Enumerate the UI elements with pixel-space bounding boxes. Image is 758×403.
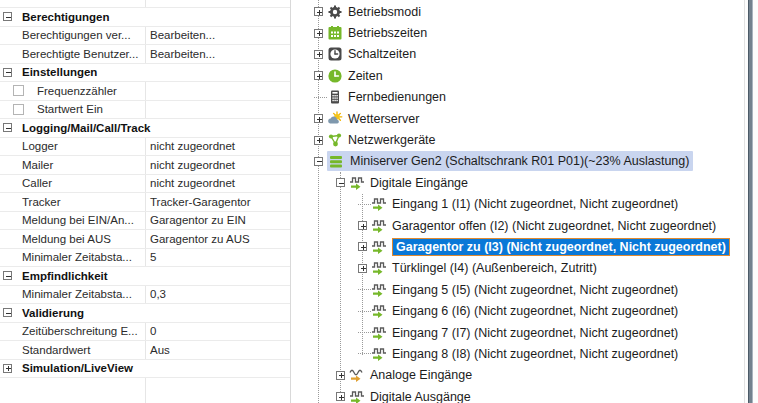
- collapse-icon[interactable]: [3, 308, 12, 317]
- checkbox-unchecked[interactable]: [13, 104, 24, 115]
- property-value[interactable]: nicht zugeordnet: [145, 159, 290, 171]
- tree-item-label[interactable]: Eingang 1 (I1) (Nicht zugeordnet, Nicht …: [392, 197, 678, 211]
- tree-item-eingang-7[interactable]: Eingang 7 (I7) (Nicht zugeordnet, Nicht …: [310, 322, 744, 343]
- expand-icon[interactable]: [358, 242, 367, 251]
- property-value[interactable]: Garagentor zu EIN: [145, 214, 290, 226]
- scrollbar-thumb[interactable]: [748, 0, 753, 403]
- tree-item-label[interactable]: Eingang 8 (I8) (Nicht zugeordnet, Nicht …: [392, 347, 678, 361]
- tree-item-zeiten[interactable]: Zeiten: [310, 65, 744, 86]
- expand-icon[interactable]: [314, 136, 323, 145]
- tree-item-label[interactable]: Digitale Ausgänge: [370, 390, 471, 403]
- miniserver-highlight[interactable]: Miniserver Gen2 (Schaltschrank R01 P01)(…: [327, 151, 693, 171]
- expand-icon[interactable]: [336, 371, 345, 380]
- property-row[interactable]: Berechtigte Benutzer... Bearbeiten...: [0, 45, 290, 64]
- tree-item-label[interactable]: Eingang 6 (I6) (Nicht zugeordnet, Nicht …: [392, 304, 678, 318]
- expand-icon[interactable]: [314, 50, 323, 59]
- property-row[interactable]: Tracker Tracker-Garagentor: [0, 193, 290, 212]
- collapse-icon[interactable]: [336, 178, 345, 187]
- tree-item-label[interactable]: Eingang 5 (I5) (Nicht zugeordnet, Nicht …: [392, 283, 678, 297]
- tree-item-label[interactable]: Wetterserver: [348, 112, 419, 126]
- section-simulation-liveview[interactable]: Simulation/LiveView: [0, 360, 290, 379]
- collapse-icon[interactable]: [3, 271, 12, 280]
- expand-icon[interactable]: [314, 29, 323, 38]
- network-icon: [327, 132, 343, 148]
- expand-icon[interactable]: [3, 364, 12, 373]
- expand-icon[interactable]: [314, 114, 323, 123]
- property-row[interactable]: Meldung bei AUS Garagentor zu AUS: [0, 230, 290, 249]
- tree-item-garagentor-zu-selected[interactable]: Garagentor zu (I3) (Nicht zugeordnet, Ni…: [310, 236, 744, 257]
- expand-icon[interactable]: [314, 71, 323, 80]
- checkbox-unchecked[interactable]: [13, 85, 24, 96]
- tree-item-schaltzeiten[interactable]: Schaltzeiten: [310, 44, 744, 65]
- tree-item-label[interactable]: Betriebszeiten: [348, 26, 427, 40]
- tree-item-label[interactable]: Schaltzeiten: [348, 47, 416, 61]
- tree-item-analoge-eingaenge[interactable]: Analoge Eingänge: [310, 365, 744, 386]
- property-value[interactable]: Bearbeiten...: [145, 48, 290, 60]
- section-label: Einstellungen: [22, 66, 97, 78]
- collapse-icon[interactable]: [3, 68, 12, 77]
- tree-item-eingang-1[interactable]: Eingang 1 (I1) (Nicht zugeordnet, Nicht …: [310, 194, 744, 215]
- property-row[interactable]: Berechtigungen ver... Bearbeiten...: [0, 27, 290, 46]
- expand-icon[interactable]: [358, 264, 367, 273]
- tree-item-label[interactable]: Analoge Eingänge: [370, 368, 472, 382]
- checkbox-row[interactable]: Startwert Ein: [0, 101, 290, 120]
- property-row[interactable]: Meldung bei EIN/An... Garagentor zu EIN: [0, 212, 290, 231]
- tree-connector: [358, 353, 371, 354]
- section-empfindlichkeit[interactable]: Empfindlichkeit: [0, 267, 290, 286]
- collapse-icon[interactable]: [314, 157, 323, 166]
- property-row[interactable]: Zeitüberschreitung E... 0: [0, 323, 290, 342]
- property-row[interactable]: Minimaler Zeitabsta... 0,3: [0, 286, 290, 305]
- section-einstellungen[interactable]: Einstellungen: [0, 64, 290, 83]
- password-asterisks: * * * * * * * * * * * *: [150, 0, 285, 6]
- tree-item-digitale-eingaenge[interactable]: Digitale Eingänge: [310, 172, 744, 193]
- tree-item-netzwerkgeraete[interactable]: Netzwerkgeräte: [310, 129, 744, 150]
- tree-item-fernbedienungen[interactable]: Fernbedienungen: [310, 87, 744, 108]
- tree-item-eingang-6[interactable]: Eingang 6 (I6) (Nicht zugeordnet, Nicht …: [310, 300, 744, 321]
- tree-item-label[interactable]: Türklingel (I4) (Außenbereich, Zutritt): [392, 261, 597, 275]
- tree-item-betriebszeiten[interactable]: Betriebszeiten: [310, 22, 744, 43]
- property-row[interactable]: Caller nicht zugeordnet: [0, 175, 290, 194]
- tree-item-label[interactable]: Zeiten: [348, 69, 383, 83]
- property-label: Mailer: [22, 159, 145, 171]
- property-value[interactable]: Bearbeiten...: [145, 29, 290, 41]
- tree-item-wetterserver[interactable]: Wetterserver: [310, 108, 744, 129]
- property-value[interactable]: Aus: [145, 344, 290, 356]
- property-value[interactable]: Garagentor zu AUS: [145, 233, 290, 245]
- expand-icon[interactable]: [336, 392, 345, 401]
- section-validierung[interactable]: Validierung: [0, 304, 290, 323]
- property-value[interactable]: 0: [145, 325, 290, 337]
- checkbox-row[interactable]: Frequenzzähler: [0, 82, 290, 101]
- property-row[interactable]: Standardwert Aus: [0, 341, 290, 360]
- tree-item-tuerklingel[interactable]: Türklingel (I4) (Außenbereich, Zutritt): [310, 258, 744, 279]
- property-row[interactable]: Minimaler Zeitabsta... 5: [0, 249, 290, 268]
- tree-item-label-selected[interactable]: Garagentor zu (I3) (Nicht zugeordnet, Ni…: [392, 238, 730, 256]
- tree-item-label[interactable]: Fernbedienungen: [348, 90, 446, 104]
- tree-item-digitale-ausgaenge[interactable]: Digitale Ausgänge: [310, 386, 744, 403]
- tree-item-label[interactable]: Garagentor offen (I2) (Nicht zugeordnet,…: [392, 219, 716, 233]
- tree-item-label[interactable]: Netzwerkgeräte: [348, 133, 436, 147]
- tree-item-label[interactable]: Miniserver Gen2 (Schaltschrank R01 P01)(…: [350, 154, 689, 168]
- tree-item-garagentor-offen[interactable]: Garagentor offen (I2) (Nicht zugeordnet,…: [310, 215, 744, 236]
- expand-icon[interactable]: [314, 7, 323, 16]
- section-logging[interactable]: Logging/Mail/Call/Track: [0, 119, 290, 138]
- property-value[interactable]: nicht zugeordnet: [145, 177, 290, 189]
- collapse-icon[interactable]: [3, 123, 12, 132]
- property-row[interactable]: Logger nicht zugeordnet: [0, 138, 290, 157]
- property-value[interactable]: nicht zugeordnet: [145, 140, 290, 152]
- property-row[interactable]: Mailer nicht zugeordnet: [0, 156, 290, 175]
- tree-item-eingang-5[interactable]: Eingang 5 (I5) (Nicht zugeordnet, Nicht …: [310, 279, 744, 300]
- tree-item-label[interactable]: Digitale Eingänge: [370, 176, 468, 190]
- section-berechtigungen[interactable]: Berechtigungen: [0, 8, 290, 27]
- tree-item-betriebsmodi[interactable]: Betriebsmodi: [310, 1, 744, 22]
- collapse-icon[interactable]: [3, 12, 12, 21]
- tree-item-label[interactable]: Betriebsmodi: [348, 5, 421, 19]
- digital-input-icon: [371, 260, 387, 276]
- property-value[interactable]: 5: [145, 251, 290, 263]
- property-value[interactable]: 0,3: [145, 288, 290, 300]
- tree-item-miniserver[interactable]: Miniserver Gen2 (Schaltschrank R01 P01)(…: [310, 151, 744, 172]
- property-row-clipped[interactable]: * * * * * * * * * * * *: [0, 0, 290, 8]
- tree-item-label[interactable]: Eingang 7 (I7) (Nicht zugeordnet, Nicht …: [392, 326, 678, 340]
- property-value[interactable]: Tracker-Garagentor: [145, 196, 290, 208]
- expand-icon[interactable]: [358, 221, 367, 230]
- tree-item-eingang-8[interactable]: Eingang 8 (I8) (Nicht zugeordnet, Nicht …: [310, 343, 744, 364]
